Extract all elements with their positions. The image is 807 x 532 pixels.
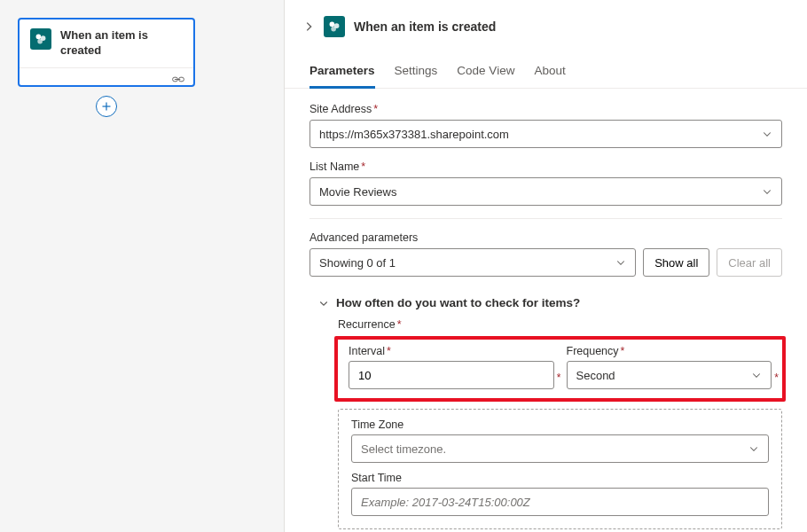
list-name-value: Movie Reviews (319, 185, 396, 199)
interval-input[interactable] (349, 361, 554, 389)
sharepoint-icon (324, 16, 345, 37)
add-step-button[interactable] (96, 96, 117, 117)
tab-code-view[interactable]: Code View (457, 59, 514, 89)
timezone-label: Time Zone (351, 419, 769, 431)
sharepoint-icon (30, 28, 51, 50)
advanced-parameters-label: Advanced parameters (309, 231, 782, 244)
panel-title: When an item is created (354, 20, 496, 34)
node-footer (20, 67, 193, 85)
frequency-value: Second (576, 369, 615, 382)
collapse-panel-button[interactable] (302, 20, 315, 33)
site-address-label: Site Address* (309, 103, 782, 115)
trigger-config-panel: When an item is created Parameters Setti… (284, 0, 807, 532)
divider (309, 218, 782, 219)
recurrence-extra-box: Time Zone Select timezone. Start Time Ex… (338, 409, 782, 529)
svg-point-8 (330, 22, 335, 27)
chevron-down-icon (751, 370, 762, 380)
panel-header: When an item is created (285, 0, 807, 50)
advanced-parameters-summary: Showing 0 of 1 (319, 256, 396, 270)
svg-point-10 (331, 27, 336, 32)
list-name-select[interactable]: Movie Reviews (309, 177, 782, 206)
tab-settings[interactable]: Settings (395, 59, 438, 89)
chevron-down-icon (318, 298, 329, 309)
show-all-button[interactable]: Show all (643, 248, 709, 277)
parameters-form: Site Address* https://m365x373381.sharep… (285, 89, 807, 532)
chevron-down-icon (748, 443, 759, 454)
site-address-select[interactable]: https://m365x373381.sharepoint.com (309, 120, 782, 148)
recurrence-highlight: Interval* * Frequency* Second (334, 336, 786, 402)
chevron-down-icon (762, 186, 772, 197)
interval-input-field[interactable] (358, 369, 545, 382)
node-header: When an item is created (20, 20, 193, 67)
interval-label: Interval* (349, 345, 554, 357)
flow-canvas: When an item is created (0, 0, 284, 532)
start-time-label: Start Time (351, 472, 769, 484)
advanced-parameters-select[interactable]: Showing 0 of 1 (309, 248, 636, 277)
site-address-value: https://m365x373381.sharepoint.com (319, 128, 509, 141)
clear-all-button: Clear all (717, 248, 782, 277)
chevron-down-icon (615, 257, 626, 268)
list-name-label: List Name* (309, 160, 782, 173)
svg-point-0 (36, 35, 42, 40)
panel-tabs: Parameters Settings Code View About (285, 50, 807, 89)
start-time-placeholder: Example: 2017-03-24T15:00:00Z (361, 496, 530, 509)
recurrence-label: Recurrence* (338, 318, 782, 331)
frequency-select[interactable]: Second (567, 361, 772, 389)
start-time-input[interactable]: Example: 2017-03-24T15:00:00Z (351, 488, 769, 516)
trigger-node-card[interactable]: When an item is created (18, 18, 195, 87)
chevron-down-icon (762, 129, 772, 139)
tab-about[interactable]: About (534, 59, 565, 89)
frequency-label: Frequency* (567, 345, 772, 357)
required-marker: * (557, 372, 561, 384)
svg-point-2 (37, 39, 43, 44)
recurrence-section-toggle[interactable]: How often do you want to check for items… (318, 296, 782, 309)
timezone-placeholder: Select timezone. (361, 442, 446, 456)
link-icon (172, 72, 184, 81)
required-marker: * (774, 372, 779, 384)
tab-parameters[interactable]: Parameters (309, 59, 375, 89)
recurrence-section-title: How often do you want to check for items… (336, 296, 580, 309)
timezone-select[interactable]: Select timezone. (351, 434, 769, 463)
node-title: When an item is created (60, 28, 183, 59)
